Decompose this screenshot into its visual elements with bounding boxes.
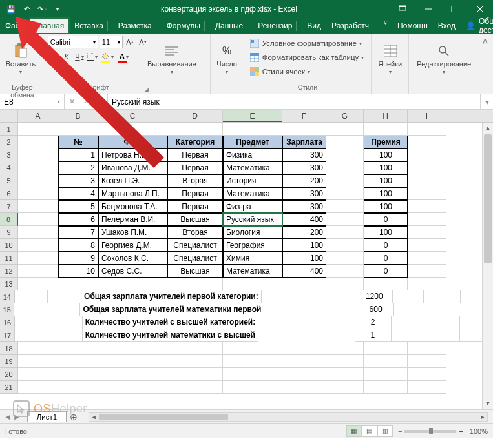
cell[interactable] (425, 303, 461, 316)
save-icon[interactable]: 💾 (4, 2, 18, 16)
cell[interactable]: Седов С.С. (98, 265, 167, 278)
col-header[interactable]: D (167, 110, 223, 122)
formula-input[interactable]: Русский язык (108, 94, 480, 109)
cell[interactable] (326, 381, 364, 394)
cell[interactable] (408, 278, 446, 290)
cell[interactable] (408, 200, 446, 213)
underline-button[interactable]: Ч (74, 50, 85, 63)
fill-color-icon[interactable] (100, 50, 115, 63)
row-header[interactable]: 9 (0, 226, 18, 239)
cell[interactable] (408, 226, 446, 239)
cell[interactable] (326, 239, 364, 252)
cell[interactable] (98, 381, 167, 394)
cell[interactable] (326, 278, 364, 290)
cell[interactable]: № (58, 136, 98, 148)
cell[interactable]: 1 (58, 148, 98, 161)
cell[interactable] (326, 187, 364, 200)
cell[interactable]: 100 (364, 187, 408, 200)
cell[interactable] (408, 148, 446, 161)
cell[interactable]: Высшая (167, 213, 223, 226)
cell[interactable]: Первая (167, 161, 223, 174)
row-header[interactable]: 14 (0, 290, 15, 303)
horizontal-scrollbar[interactable]: ◄ ► (89, 412, 488, 422)
scroll-right-icon[interactable]: ► (478, 413, 487, 421)
zoom-in-icon[interactable]: + (459, 427, 463, 435)
cell[interactable]: 4 (58, 187, 98, 200)
cell[interactable]: Первая (167, 148, 223, 161)
conditional-formatting-button[interactable]: Условное форматирование▾ (247, 36, 364, 50)
cell[interactable] (326, 200, 364, 213)
cell[interactable] (18, 123, 58, 136)
cell[interactable]: Русский язык (223, 213, 282, 226)
cell[interactable]: 400 (282, 213, 326, 226)
cell[interactable]: Пелерман В.И. (98, 213, 167, 226)
qat-customize-icon[interactable]: ▾ (50, 2, 65, 16)
cell[interactable] (408, 265, 446, 278)
row-header[interactable]: 18 (0, 342, 18, 355)
cell[interactable] (423, 329, 460, 342)
cell[interactable] (364, 368, 408, 381)
cell[interactable] (18, 148, 58, 161)
cell[interactable]: Вторая (167, 174, 223, 187)
tab-insert[interactable]: Вставка (69, 18, 113, 34)
cell[interactable]: Высшая (167, 265, 223, 278)
minimize-icon[interactable] (415, 0, 441, 18)
cell[interactable] (282, 368, 326, 381)
cell[interactable]: Физика (223, 148, 282, 161)
cell[interactable] (18, 174, 58, 187)
col-header[interactable]: A (18, 110, 58, 122)
spreadsheet-grid[interactable]: A B C D E F G H I 12№ФИОКатегорияПредмет… (0, 110, 493, 409)
cell[interactable] (58, 278, 98, 290)
cell[interactable] (408, 252, 446, 265)
cell[interactable] (167, 123, 223, 136)
cell[interactable]: 3 (58, 174, 98, 187)
cell[interactable] (18, 355, 58, 368)
row-header[interactable]: 13 (0, 278, 18, 290)
cell[interactable]: 100 (282, 252, 326, 265)
cell[interactable]: Биология (223, 226, 282, 239)
cell[interactable]: Категория (167, 136, 223, 148)
cell[interactable]: 0 (364, 213, 408, 226)
cell[interactable] (326, 265, 364, 278)
cell[interactable] (223, 342, 282, 355)
italic-button[interactable]: К (61, 50, 72, 63)
cell[interactable] (326, 355, 364, 368)
select-all-corner[interactable] (0, 110, 18, 122)
page-layout-view-icon[interactable]: ▤ (362, 425, 377, 437)
cell[interactable] (364, 123, 408, 136)
cell[interactable] (223, 368, 282, 381)
tab-signin[interactable]: Вход (433, 18, 461, 34)
cell[interactable]: 300 (282, 200, 326, 213)
scroll-up-icon[interactable]: ▲ (483, 123, 493, 134)
cell[interactable] (326, 226, 364, 239)
cell[interactable]: Зарплата (282, 136, 326, 148)
cell[interactable]: 0 (364, 239, 408, 252)
sheet-nav-prev-icon[interactable]: ◄ (4, 412, 12, 422)
cell[interactable] (408, 174, 446, 187)
cell[interactable] (167, 381, 223, 394)
cell[interactable]: Ушаков П.М. (98, 226, 167, 239)
cell[interactable]: 9 (58, 252, 98, 265)
cell[interactable]: 1 (355, 329, 392, 342)
cell[interactable]: 0 (364, 265, 408, 278)
cell[interactable] (18, 213, 58, 226)
cell[interactable]: 7 (58, 226, 98, 239)
tab-home[interactable]: Главная (30, 18, 70, 34)
cell[interactable] (58, 342, 98, 355)
cell[interactable] (15, 290, 48, 303)
row-header[interactable]: 11 (0, 252, 18, 265)
cell[interactable] (98, 123, 167, 136)
cell[interactable] (18, 368, 58, 381)
row-header[interactable]: 17 (0, 329, 15, 342)
cell[interactable]: 8 (58, 239, 98, 252)
cell[interactable] (282, 342, 326, 355)
cell[interactable] (98, 368, 167, 381)
cell[interactable] (408, 239, 446, 252)
cells-button[interactable]: Ячейки▾ (374, 36, 406, 82)
page-break-view-icon[interactable]: ▥ (377, 425, 393, 437)
scrollbar-thumb[interactable] (99, 414, 228, 420)
cell[interactable] (364, 355, 408, 368)
cell[interactable]: Иванова Д.М. (98, 161, 167, 174)
tab-formulas[interactable]: Формулы (162, 18, 210, 34)
row-header[interactable]: 19 (0, 355, 18, 368)
